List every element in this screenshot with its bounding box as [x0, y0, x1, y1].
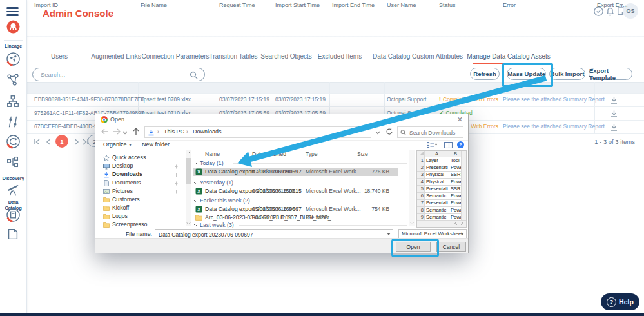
pin-icon — [174, 189, 179, 193]
nav-customers[interactable]: Customers — [102, 196, 184, 204]
col-import-id[interactable]: Import ID — [34, 0, 58, 11]
tab-searched-objects[interactable]: Searched Objects — [260, 53, 312, 60]
nav-screenpresso[interactable]: Screenpresso — [102, 221, 184, 229]
recent-locations-caret-icon[interactable] — [122, 130, 132, 139]
list-col-name[interactable]: Name — [205, 151, 220, 157]
mass-update-highlight-box — [502, 63, 553, 87]
help-button[interactable]: ? Help — [601, 293, 639, 310]
download-error-report-icon[interactable] — [610, 109, 618, 117]
e2e-lineage-icon[interactable] — [6, 134, 21, 149]
new-folder-button[interactable]: New folder — [142, 141, 170, 148]
dialog-title-bar[interactable]: Open ✕ — [95, 114, 468, 124]
cancel-button[interactable]: Cancel — [436, 242, 466, 252]
group-today[interactable]: Today (1) — [193, 160, 224, 166]
tab-data-catalog-custom-attributes[interactable]: Data Catalog Custom Attributes — [373, 53, 463, 60]
rail-section-discovery: Discovery — [0, 175, 26, 181]
col-file-name[interactable]: File Name — [141, 0, 167, 11]
col-status[interactable]: Status — [439, 0, 456, 11]
tab-transition-tables[interactable]: Transition Tables — [209, 53, 257, 60]
nav-kickoff[interactable]: Kickoff — [102, 204, 184, 212]
nav-pictures[interactable]: Pictures — [102, 188, 184, 195]
help-icon[interactable]: ? — [457, 141, 464, 148]
col-import-end-time[interactable]: Import End Time — [332, 0, 375, 11]
address-bar[interactable]: › This PC › Downloads — [144, 126, 371, 138]
inner-lineage-icon[interactable] — [6, 155, 21, 170]
table-row[interactable]: EBB90828-851F-4341-9F38-87B078B8E7EE ups… — [0, 93, 644, 106]
pagination-next-icon[interactable] — [72, 137, 81, 146]
pagination-current-page[interactable]: 1 — [55, 135, 68, 148]
breadcrumb-this-pc[interactable]: This PC — [164, 128, 184, 135]
breadcrumb-downloads[interactable]: Downloads — [193, 128, 222, 135]
nav-downloads[interactable]: Downloads — [102, 171, 184, 179]
back-icon[interactable] — [101, 127, 110, 136]
col-request-time[interactable]: Request Time — [219, 0, 255, 11]
chrome-icon — [101, 116, 108, 123]
cell-import-start-time: 03/07/2023 17:15:19 — [275, 93, 326, 106]
lineage-map-icon[interactable] — [6, 52, 21, 66]
data-catalog-icon[interactable] — [6, 208, 21, 222]
breadcrumb-separator: › — [186, 128, 188, 135]
refresh-address-icon[interactable] — [385, 128, 395, 137]
dialog-close-icon[interactable]: ✕ — [457, 115, 463, 124]
list-col-type[interactable]: Type — [306, 151, 318, 157]
file-item[interactable]: X Data Catalog export 20230506 160667 05… — [193, 205, 398, 213]
download-error-report-icon[interactable] — [610, 123, 618, 131]
discovery-telescope-icon[interactable] — [6, 183, 21, 198]
tab-augmented-links[interactable]: Augmented Links — [91, 53, 141, 60]
table-search-box[interactable] — [32, 68, 205, 81]
file-item[interactable]: X Data Catalog export 20230606 150615 06… — [193, 187, 398, 195]
pin-icon — [174, 172, 179, 177]
export-template-button[interactable]: Export Template — [589, 68, 632, 80]
refresh-button[interactable]: Refresh — [470, 68, 500, 80]
catalog-document-icon[interactable] — [6, 227, 21, 242]
dialog-search-input[interactable] — [408, 128, 463, 137]
tab-connection-parameters[interactable]: Connection Parameters — [141, 53, 209, 60]
preview-horizontal-scrollbar[interactable] — [417, 220, 466, 227]
preview-vertical-scrollbar[interactable] — [461, 151, 466, 221]
address-dropdown-caret-icon[interactable] — [375, 130, 384, 139]
tab-users[interactable]: Users — [51, 53, 68, 60]
organize-menu[interactable]: Organize ▼ — [103, 141, 132, 148]
table-search-input[interactable] — [39, 69, 190, 80]
list-col-date-modified[interactable]: Date modified — [252, 151, 286, 157]
file-item[interactable]: Arc_03-06-2023-03-04-50_FILE_107_BHSI_M2… — [193, 213, 398, 222]
pagination-first-icon[interactable] — [32, 137, 41, 146]
tab-excluded-items[interactable]: Excluded Items — [318, 53, 362, 60]
octopai-logo-icon[interactable] — [6, 20, 20, 34]
tab-manage-data-catalog-assets[interactable]: Manage Data Catalog Assets — [467, 53, 551, 60]
col-user-name[interactable]: User Name — [387, 0, 416, 11]
col-error[interactable]: Error — [503, 0, 516, 11]
group-last-week[interactable]: Last week (3) — [193, 222, 234, 228]
dialog-search-box[interactable] — [397, 126, 463, 138]
download-error-report-icon[interactable] — [610, 95, 618, 104]
nav-logos[interactable]: Logos — [102, 213, 184, 221]
nav-documents[interactable]: Documents — [102, 179, 184, 187]
preview-pane-icon[interactable] — [444, 142, 453, 150]
cell-request-time: 03/07/2023 17:15:19 — [219, 93, 269, 106]
view-mode-icon[interactable] — [427, 142, 437, 150]
compare-lineage-icon[interactable] — [6, 115, 21, 130]
file-item-selected[interactable]: X Data Catalog export 20230706 090697 07… — [193, 168, 398, 176]
group-earlier-this-week[interactable]: Earlier this week (2) — [193, 197, 250, 204]
hamburger-menu-icon[interactable] — [6, 5, 19, 18]
rail-divider — [4, 197, 23, 197]
group-yesterday[interactable]: Yesterday (1) — [193, 179, 233, 186]
search-icon[interactable] — [190, 70, 198, 82]
share-network-icon[interactable] — [6, 73, 21, 88]
file-name-label: File name: — [113, 231, 152, 237]
pagination-prev-icon[interactable] — [44, 137, 53, 146]
col-export-err[interactable]: Export Err... — [597, 0, 628, 11]
col-import-start-time[interactable]: Import Start Time — [275, 0, 320, 11]
up-icon[interactable] — [132, 127, 141, 136]
sidebar-scrollbar[interactable] — [186, 150, 191, 226]
list-col-size[interactable]: Size — [357, 151, 368, 157]
forward-icon[interactable] — [112, 127, 121, 136]
file-name-dropdown-caret[interactable] — [387, 233, 391, 235]
nav-quick-access[interactable]: Quick access — [102, 154, 184, 162]
hierarchy-icon[interactable] — [6, 94, 21, 109]
bulk-import-button[interactable]: Bulk Import — [549, 68, 585, 80]
rail-section-lineage: Lineage — [0, 43, 26, 49]
svg-text:X: X — [197, 170, 200, 174]
file-list-scrollbar[interactable] — [409, 150, 415, 226]
nav-desktop[interactable]: Desktop — [102, 163, 184, 170]
